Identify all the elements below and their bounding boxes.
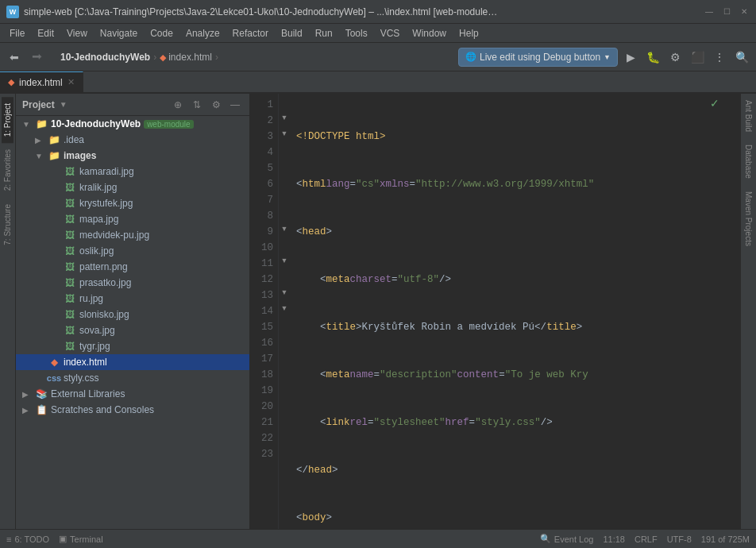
breadcrumb-end-separator: › (215, 52, 218, 63)
more-button[interactable]: ⋮ (710, 48, 729, 67)
menu-edit[interactable]: Edit (31, 26, 60, 41)
menu-help[interactable]: Help (453, 26, 485, 41)
line-separator[interactable]: CRLF (634, 534, 658, 544)
tree-item-index-html[interactable]: ◆ index.html (16, 354, 249, 370)
menu-view[interactable]: View (60, 26, 94, 41)
right-panel-ant[interactable]: Ant Build (742, 94, 754, 138)
code-line-7: <link rel="stylesheet" href="styly.css"/… (296, 415, 740, 430)
image-icon-krystufek: 🖼 (64, 198, 76, 209)
tree-item-pattern[interactable]: 🖼 pattern.png (16, 259, 249, 275)
debug-button[interactable]: 🐛 (643, 48, 662, 67)
project-collapse-button[interactable]: — (227, 97, 243, 113)
tree-item-tygr[interactable]: 🖼 tygr.jpg (16, 338, 249, 354)
menu-file[interactable]: File (3, 26, 31, 41)
tree-item-styly-css[interactable]: css styly.css (16, 370, 249, 386)
tree-item-oslik[interactable]: 🖼 oslik.jpg (16, 243, 249, 259)
coverage-button[interactable]: ⚙ (665, 48, 685, 67)
minimize-button[interactable]: — (704, 6, 715, 17)
editor-area[interactable]: 1 2 3 4 5 6 7 8 9 10 11 12 13 14 15 16 1 (250, 94, 740, 529)
tree-item-mapa[interactable]: 🖼 mapa.jpg (16, 211, 249, 227)
stop-button[interactable]: ⬛ (688, 48, 707, 67)
sidebar-item-structure[interactable]: 7: Structure (2, 198, 14, 252)
tree-item-idea[interactable]: ▶ 📁 .idea (16, 132, 249, 148)
tree-item-medvidek[interactable]: 🖼 medvidek-pu.jpg (16, 227, 249, 243)
image-icon-slonisko: 🖼 (64, 309, 76, 320)
menu-refactor[interactable]: Refactor (226, 26, 275, 41)
fold-arrow-13[interactable]: ▼ (281, 288, 288, 296)
menu-navigate[interactable]: Navigate (94, 26, 144, 41)
tree-item-sova[interactable]: 🖼 sova.jpg (16, 322, 249, 338)
tab-index-html[interactable]: ◆ index.html ✕ (0, 71, 83, 92)
line-num-8: 8 (250, 208, 278, 224)
sidebar-item-favorites[interactable]: 2: Favorites (2, 143, 14, 197)
gutter: ▼ ▼ ▼ ▼ (279, 94, 290, 529)
search-button[interactable]: 🔍 (732, 48, 751, 67)
title-bar: W simple-web [C:\Java-Training\Projects\… (0, 0, 756, 24)
cursor-position[interactable]: 11:18 (603, 534, 625, 544)
fold-arrow-11[interactable]: ▼ (281, 257, 288, 264)
live-edit-button[interactable]: 🌐 Live edit using Debug button ▼ (458, 48, 618, 67)
right-panel-maven[interactable]: Maven Projects (742, 185, 754, 253)
breadcrumb-file[interactable]: ◆ index.html (160, 52, 212, 63)
tree-item-scratches[interactable]: ▶ 📋 Scratches and Consoles (16, 402, 249, 418)
tree-label-krystufek: krystufek.jpg (79, 198, 133, 209)
tree-item-slonisko[interactable]: 🖼 slonisko.jpg (16, 307, 249, 322)
line-num-22: 22 (250, 430, 278, 446)
menu-window[interactable]: Window (406, 26, 453, 41)
tree-item-kralik[interactable]: 🖼 kralik.jpg (16, 179, 249, 195)
fold-arrow-14[interactable]: ▼ (281, 304, 288, 312)
image-icon-sova: 🖼 (64, 325, 76, 336)
fold-arrow-3[interactable]: ▼ (281, 129, 288, 137)
menu-vcs[interactable]: VCS (374, 26, 407, 41)
run-button[interactable]: ▶ (621, 48, 640, 67)
code-line-1: <!DOCTYPE html> (296, 129, 740, 145)
event-log-button[interactable]: 🔍 Event Log (540, 534, 594, 544)
code-line-9: <body> (296, 510, 740, 526)
line-num-3: 3 (250, 129, 278, 145)
html-icon-index: ◆ (48, 357, 60, 368)
code-editor[interactable]: <!DOCTYPE html> <html lang="cs" xmlns="h… (290, 94, 740, 529)
menu-analyze[interactable]: Analyze (179, 26, 226, 41)
tree-item-krystufek[interactable]: 🖼 krystufek.jpg (16, 195, 249, 211)
encoding-selector[interactable]: UTF-8 (667, 534, 692, 544)
tree-item-root[interactable]: ▼ 📁 10-JednoduchyWeb web-module (16, 116, 249, 132)
breadcrumb-project[interactable]: 10-JednoduchyWeb (60, 52, 150, 63)
tab-close-icon[interactable]: ✕ (68, 77, 75, 87)
tree-label-ext-lib: External Libraries (51, 388, 125, 399)
image-icon-kralik: 🖼 (64, 182, 76, 193)
tree-item-images[interactable]: ▼ 📁 images (16, 148, 249, 164)
line-count[interactable]: 191 of 725M (701, 534, 750, 544)
tree-item-ru[interactable]: 🖼 ru.jpg (16, 291, 249, 307)
terminal-button[interactable]: ▣ Terminal (59, 534, 103, 544)
dropdown-arrow-icon: ▼ (604, 53, 611, 61)
menu-run[interactable]: Run (309, 26, 339, 41)
fold-arrow-2[interactable]: ▼ (281, 114, 288, 122)
code-container: 1 2 3 4 5 6 7 8 9 10 11 12 13 14 15 16 1 (250, 94, 740, 529)
back-button[interactable]: ⬅ (5, 46, 24, 68)
tree-item-kamaradi[interactable]: 🖼 kamaradi.jpg (16, 164, 249, 179)
breadcrumb: ⬅ ⮕ 10-JednoduchyWeb › ◆ index.html › (5, 46, 455, 68)
event-log-icon: 🔍 (540, 534, 551, 544)
tree-item-prasatko[interactable]: 🖼 prasatko.jpg (16, 275, 249, 291)
project-add-button[interactable]: ⊕ (170, 97, 186, 113)
menu-code[interactable]: Code (144, 26, 179, 41)
line-num-10: 10 (250, 240, 278, 256)
terminal-label: Terminal (70, 534, 103, 544)
menu-build[interactable]: Build (275, 26, 309, 41)
menu-tools[interactable]: Tools (339, 26, 374, 41)
todo-label: 6: TODO (14, 534, 49, 544)
project-sync-button[interactable]: ⇅ (189, 97, 205, 113)
todo-button[interactable]: ≡ 6: TODO (6, 534, 49, 544)
project-settings-button[interactable]: ⚙ (208, 97, 224, 113)
close-button[interactable]: ✕ (739, 6, 750, 17)
tree-item-ext-lib[interactable]: ▶ 📚 External Libraries (16, 386, 249, 402)
line-num-4: 4 (250, 145, 278, 160)
forward-button[interactable]: ⮕ (27, 46, 48, 68)
right-panel-database[interactable]: Database (742, 138, 754, 185)
tree-arrow-idea: ▶ (35, 136, 48, 145)
toolbar-right: 🌐 Live edit using Debug button ▼ ▶ 🐛 ⚙ ⬛… (458, 48, 751, 67)
fold-arrow-9[interactable]: ▼ (281, 225, 288, 233)
image-icon-mapa: 🖼 (64, 214, 76, 225)
sidebar-item-project[interactable]: 1: Project (2, 97, 14, 143)
maximize-button[interactable]: ☐ (721, 6, 732, 17)
